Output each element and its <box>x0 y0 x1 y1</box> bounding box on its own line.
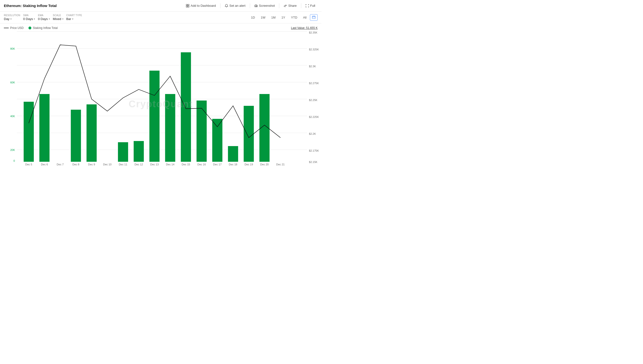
bar-dec9 <box>87 104 97 162</box>
chart-container: CryptoQuant 80K 60K 40K 20K 0 $2.35K $2.… <box>0 32 322 176</box>
legend-items: Price USD Staking Inflow Total <box>4 26 58 30</box>
svg-text:$2.35K: $2.35K <box>309 31 318 34</box>
calendar-button[interactable] <box>310 14 318 21</box>
controls-right: 1D 1W 1M 1Y YTD All <box>248 14 318 21</box>
svg-text:$2.15K: $2.15K <box>309 160 318 164</box>
staking-dot-indicator <box>29 26 31 30</box>
controls-row: Resolution Day ▾ SMA 0 Days ▾ EMA 0 Days… <box>0 12 322 24</box>
chart-svg: 80K 60K 40K 20K 0 $2.35K $2.325K $2.3K $… <box>17 32 307 166</box>
svg-text:Dec 20: Dec 20 <box>260 163 269 166</box>
share-label: Share <box>288 4 297 8</box>
svg-text:Dec 13: Dec 13 <box>150 163 159 166</box>
svg-text:40K: 40K <box>10 115 15 118</box>
camera-icon <box>254 4 258 8</box>
svg-rect-3 <box>188 6 189 7</box>
expand-icon <box>306 4 309 8</box>
bar-dec13 <box>149 71 159 162</box>
svg-text:60K: 60K <box>10 81 15 84</box>
chart-type-select[interactable]: Bar ▾ <box>66 17 82 21</box>
screenshot-button[interactable]: Screenshot <box>252 3 277 9</box>
ema-chevron: ▾ <box>49 18 50 20</box>
svg-rect-2 <box>186 6 187 7</box>
share-icon <box>284 4 287 8</box>
svg-rect-0 <box>186 4 187 5</box>
bar-dec14 <box>165 94 175 162</box>
price-line-indicator <box>4 28 9 28</box>
sma-chevron: ▾ <box>34 18 35 20</box>
add-to-dashboard-button[interactable]: Add to Dashboard <box>184 3 218 9</box>
bar-dec17 <box>212 119 222 162</box>
bar-dec11 <box>118 142 128 162</box>
resolution-label: Resolution <box>4 14 20 17</box>
share-button[interactable]: Share <box>281 3 299 9</box>
svg-text:Dec 9: Dec 9 <box>88 163 95 166</box>
svg-text:Dec 8: Dec 8 <box>72 163 79 166</box>
chart-type-chevron: ▾ <box>72 18 73 20</box>
svg-rect-1 <box>188 4 189 5</box>
svg-text:Dec 21: Dec 21 <box>276 163 285 166</box>
svg-text:Dec 6: Dec 6 <box>41 163 48 166</box>
ema-value: 0 Days <box>38 17 48 21</box>
ema-select[interactable]: 0 Days ▾ <box>38 17 50 21</box>
chart-type-value: Bar <box>66 17 71 21</box>
bar-dec6 <box>39 94 50 162</box>
chart-type-control: Chart Type Bar ▾ <box>66 14 82 21</box>
legend-row: Price USD Staking Inflow Total Last Valu… <box>0 25 322 32</box>
svg-text:0: 0 <box>14 159 15 162</box>
bar-dec8 <box>71 110 81 162</box>
legend-staking-label: Staking Inflow Total <box>33 26 58 30</box>
svg-text:Dec 5: Dec 5 <box>25 163 32 166</box>
legend-price: Price USD <box>4 26 24 30</box>
scale-control: Scale Mixed ▾ <box>53 14 64 21</box>
svg-text:Dec 18: Dec 18 <box>229 163 237 166</box>
divider2 <box>250 3 250 8</box>
set-alert-label: Set an alert <box>229 4 246 8</box>
legend-staking: Staking Inflow Total <box>29 26 58 30</box>
divider <box>220 3 220 8</box>
svg-text:$2.325K: $2.325K <box>309 48 319 51</box>
svg-text:$2.3K: $2.3K <box>309 65 316 68</box>
legend-price-label: Price USD <box>10 26 24 30</box>
time-1w-button[interactable]: 1W <box>258 15 268 20</box>
bar-dec12 <box>134 141 144 162</box>
svg-text:Dec 11: Dec 11 <box>119 163 127 166</box>
full-button[interactable]: Full <box>303 3 318 9</box>
page-title: Ethereum: Staking Inflow Total <box>4 4 57 8</box>
chart-type-label: Chart Type <box>66 14 82 17</box>
time-1y-button[interactable]: 1Y <box>279 15 288 20</box>
header-actions: Add to Dashboard Set an alert Screenshot… <box>184 3 318 9</box>
svg-text:Dec 10: Dec 10 <box>103 163 112 166</box>
ema-label: EMA <box>38 14 50 17</box>
chart-area: Price USD Staking Inflow Total Last Valu… <box>0 24 322 176</box>
bar-dec16 <box>197 100 207 162</box>
last-value-label: Last Value: 51.655 K <box>291 26 318 30</box>
sma-label: SMA <box>23 14 35 17</box>
time-all-button[interactable]: All <box>301 15 309 20</box>
time-1d-button[interactable]: 1D <box>248 15 257 20</box>
svg-text:$2.175K: $2.175K <box>309 149 319 152</box>
resolution-value: Day <box>4 17 10 21</box>
svg-text:Dec 19: Dec 19 <box>245 163 253 166</box>
set-alert-button[interactable]: Set an alert <box>222 3 248 9</box>
full-label: Full <box>310 4 315 8</box>
bar-dec15 <box>181 52 191 162</box>
scale-select[interactable]: Mixed ▾ <box>53 17 64 21</box>
svg-text:Dec 12: Dec 12 <box>135 163 143 166</box>
svg-text:$2.225K: $2.225K <box>309 116 319 118</box>
page-header: Ethereum: Staking Inflow Total Add to Da… <box>0 0 322 12</box>
time-ytd-button[interactable]: YTD <box>289 15 300 20</box>
svg-text:20K: 20K <box>10 148 15 152</box>
time-1m-button[interactable]: 1M <box>269 15 278 20</box>
resolution-select[interactable]: Day ▾ <box>4 17 20 21</box>
sma-select[interactable]: 0 Days ▾ <box>23 17 35 21</box>
svg-text:Dec 14: Dec 14 <box>166 163 174 166</box>
ema-control: EMA 0 Days ▾ <box>38 14 50 21</box>
add-to-dashboard-label: Add to Dashboard <box>191 4 216 8</box>
svg-point-4 <box>255 5 256 6</box>
svg-text:Dec 16: Dec 16 <box>197 163 206 166</box>
divider3 <box>279 3 279 8</box>
bar-dec5 <box>24 102 34 162</box>
resolution-chevron: ▾ <box>10 18 12 20</box>
dashboard-icon <box>186 4 189 8</box>
calendar-icon <box>312 16 315 19</box>
